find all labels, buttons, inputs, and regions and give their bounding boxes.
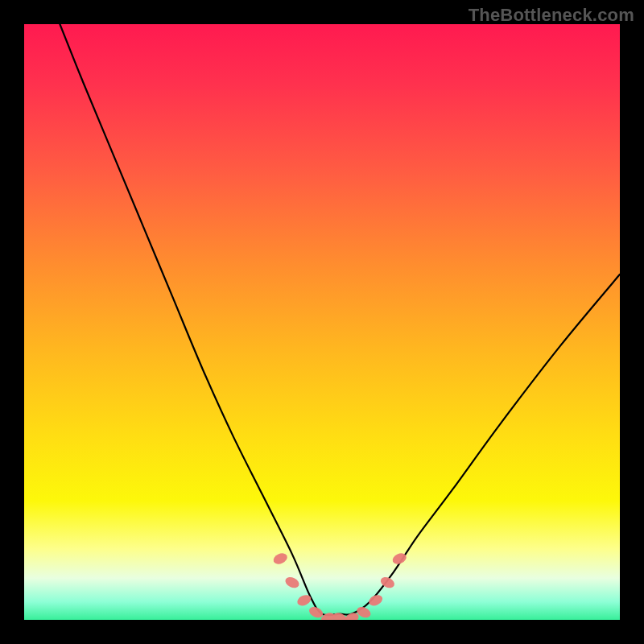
bottleneck-curve-line	[60, 24, 620, 615]
watermark-label: TheBottleneck.com	[469, 5, 634, 26]
optimal-marker	[283, 575, 300, 589]
chart-overlay-svg	[24, 24, 620, 620]
plot-area	[24, 24, 620, 620]
optimal-range-marker-group	[272, 551, 408, 620]
chart-container: TheBottleneck.com	[0, 0, 644, 644]
optimal-marker	[272, 551, 289, 566]
